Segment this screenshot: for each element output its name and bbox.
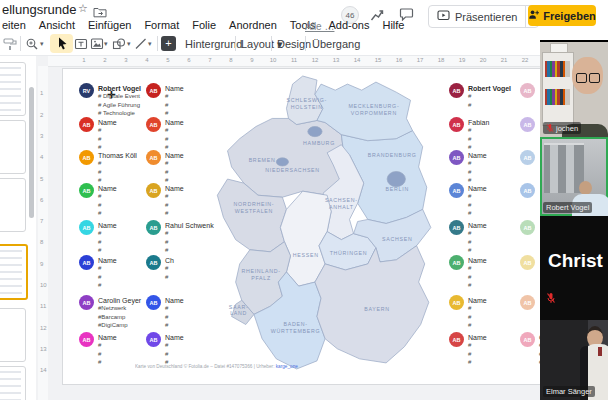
person-entry[interactable]: AB xyxy=(520,220,535,235)
person-entry[interactable]: ABName### xyxy=(146,295,184,330)
person-entry[interactable]: ABThomas Köll### xyxy=(79,150,137,185)
add-button[interactable]: + xyxy=(161,36,176,51)
document-title[interactable]: ellungsrunde xyxy=(2,2,76,17)
person-entry[interactable]: AB xyxy=(520,255,535,270)
office-window xyxy=(544,143,584,193)
filmstrip-scrollbar[interactable] xyxy=(29,87,34,218)
select-tool-button[interactable] xyxy=(50,34,73,53)
person-entry[interactable]: ABName### xyxy=(449,183,487,218)
share-button[interactable]: Freigeben xyxy=(528,5,596,26)
person-text: Name### xyxy=(468,255,487,290)
person-entry[interactable]: ABName### xyxy=(146,83,184,118)
person-name: Name xyxy=(468,297,487,304)
transition-button[interactable]: Übergang xyxy=(312,38,360,50)
person-entry[interactable]: ABRahul Schwenk### xyxy=(146,220,214,255)
person-entry[interactable]: ABName### xyxy=(79,183,117,218)
line-caret-icon[interactable]: ▾ xyxy=(148,40,152,48)
person-entry[interactable]: AB xyxy=(520,150,535,165)
slide-thumbnail[interactable] xyxy=(0,308,26,362)
present-button[interactable]: Präsentieren ▾ xyxy=(428,5,539,28)
avatar-initials: AB xyxy=(453,155,461,161)
state-label-ni: NIEDERSACHSEN xyxy=(265,167,320,173)
participant-name-label: jochen xyxy=(543,122,581,134)
person-entry[interactable]: AB xyxy=(520,295,535,310)
menu-item-addons[interactable]: Add-ons xyxy=(328,19,369,31)
state-label-rp: RHEINLAND- xyxy=(241,268,280,274)
line-icon[interactable] xyxy=(134,37,148,51)
menu-item-hilfe[interactable]: Hilfe xyxy=(382,19,404,31)
zoom-icon[interactable] xyxy=(25,37,39,51)
video-tile-robert-vogel[interactable]: Robert Vogel xyxy=(540,137,608,216)
person-entry[interactable]: ABCh## xyxy=(146,255,174,281)
video-tile-christ[interactable]: Christ xyxy=(540,216,608,320)
state-label-sn: SACHSEN xyxy=(382,236,412,242)
person-entry[interactable]: ABRobert Vogel## xyxy=(449,83,511,109)
person-text: Name### xyxy=(165,332,184,367)
person-entry[interactable]: ABName### xyxy=(79,117,117,152)
person-entry[interactable]: AB xyxy=(520,83,535,98)
slide-thumbnail[interactable] xyxy=(0,244,28,300)
person-tag: # xyxy=(98,341,117,350)
paint-format-icon[interactable] xyxy=(3,37,17,51)
person-tag: # xyxy=(165,313,184,322)
design-button[interactable]: Design xyxy=(277,38,311,50)
person-entry[interactable]: ABName### xyxy=(146,332,184,367)
menu-item-eiten[interactable]: eiten xyxy=(2,19,26,31)
person-text: Name### xyxy=(98,255,117,290)
person-tag: # xyxy=(468,358,487,367)
slide-thumbnail[interactable] xyxy=(0,366,26,400)
menu-item-einfügen[interactable]: Einfügen xyxy=(88,19,131,31)
textbox-icon[interactable] xyxy=(74,37,88,51)
shape-icon[interactable] xyxy=(112,37,126,51)
person-entry[interactable]: AB xyxy=(520,117,535,132)
person-entry[interactable]: ABName### xyxy=(79,332,117,367)
present-label: Präsentieren xyxy=(455,11,517,23)
image-icon[interactable] xyxy=(90,37,104,51)
zoom-caret-icon[interactable]: ▾ xyxy=(40,40,44,48)
participant-face xyxy=(579,181,592,195)
state-label-st: ANHALT xyxy=(329,204,354,210)
menu-item-folie[interactable]: Folie xyxy=(192,19,216,31)
person-tag: # xyxy=(165,358,184,367)
image-caret-icon[interactable]: ▾ xyxy=(104,40,108,48)
person-entry[interactable]: ABName### xyxy=(449,295,487,330)
slide-thumbnail[interactable] xyxy=(0,178,26,232)
background-button[interactable]: Hintergrund xyxy=(185,38,242,50)
person-entry[interactable]: ABName### xyxy=(146,183,184,218)
video-tile-jochen[interactable]: jochen xyxy=(540,42,608,137)
avatar-initials: AB xyxy=(83,122,91,128)
person-entry[interactable]: ABName### xyxy=(146,117,184,152)
avatar-initials: AB xyxy=(524,188,532,194)
person-entry[interactable]: ABName### xyxy=(449,255,487,290)
ruler-number: 20 xyxy=(480,57,487,63)
person-text: Name### xyxy=(468,295,487,330)
person-name: Name xyxy=(468,152,487,159)
state-hb xyxy=(276,158,288,166)
person-entry[interactable]: AB xyxy=(520,183,535,198)
shape-caret-icon[interactable]: ▾ xyxy=(127,40,131,48)
germany-map[interactable]: SCHLESWIG-HOLSTEINMECKLENBURG-VORPOMMERN… xyxy=(197,74,441,372)
person-entry[interactable]: ABName### xyxy=(449,150,487,185)
video-tile-elmar-saenger[interactable]: Elmar Sänger xyxy=(540,320,608,400)
person-entry[interactable]: ABName### xyxy=(449,332,487,367)
menu-item-format[interactable]: Format xyxy=(144,19,179,31)
slide-thumbnail[interactable] xyxy=(0,120,26,174)
person-tag: # xyxy=(165,350,184,359)
avatar: AB xyxy=(449,183,464,198)
state-label-he: HESSEN xyxy=(293,252,319,258)
person-entry[interactable]: ABFabian### xyxy=(449,117,489,152)
person-tag: # xyxy=(98,201,117,210)
slide-thumbnail[interactable] xyxy=(0,62,26,116)
slide-canvas[interactable]: ✛ SCHLESWIG-HOLSTEINMECKLENBURG-VOR xyxy=(62,68,608,385)
state-label-st: SACHSEN- xyxy=(325,197,358,203)
person-entry[interactable]: ABCarolin Geyer#Netzwerk#Barcamp#DigiCam… xyxy=(79,295,141,330)
person-entry[interactable]: ABName### xyxy=(146,150,184,185)
avatar-initials: AB xyxy=(150,188,158,194)
menu-item-anordnen[interactable]: Anordnen xyxy=(229,19,277,31)
person-entry[interactable]: ABName### xyxy=(79,220,117,255)
menu-item-ansicht[interactable]: Ansicht xyxy=(39,19,75,31)
saved-status-link[interactable]: Alle … xyxy=(305,21,334,32)
person-entry[interactable]: ABName### xyxy=(449,220,487,255)
star-icon[interactable]: ☆ xyxy=(78,2,88,15)
person-entry[interactable]: ABName### xyxy=(79,255,117,290)
